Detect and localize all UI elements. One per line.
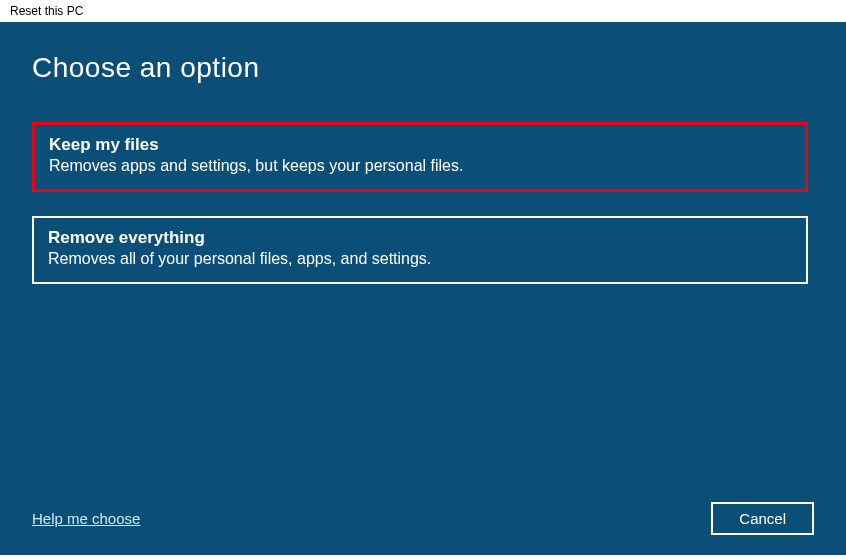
page-heading: Choose an option [32,52,814,84]
footer: Help me choose Cancel [32,502,814,535]
help-me-choose-link[interactable]: Help me choose [32,510,140,527]
cancel-button[interactable]: Cancel [711,502,814,535]
option-desc: Removes all of your personal files, apps… [48,250,792,268]
main-panel: Choose an option Keep my files Removes a… [0,22,846,555]
window-title: Reset this PC [0,0,846,22]
option-desc: Removes apps and settings, but keeps you… [49,157,791,175]
option-keep-my-files[interactable]: Keep my files Removes apps and settings,… [32,122,808,192]
option-title: Keep my files [49,135,791,155]
option-title: Remove everything [48,228,792,248]
option-remove-everything[interactable]: Remove everything Removes all of your pe… [32,216,808,284]
